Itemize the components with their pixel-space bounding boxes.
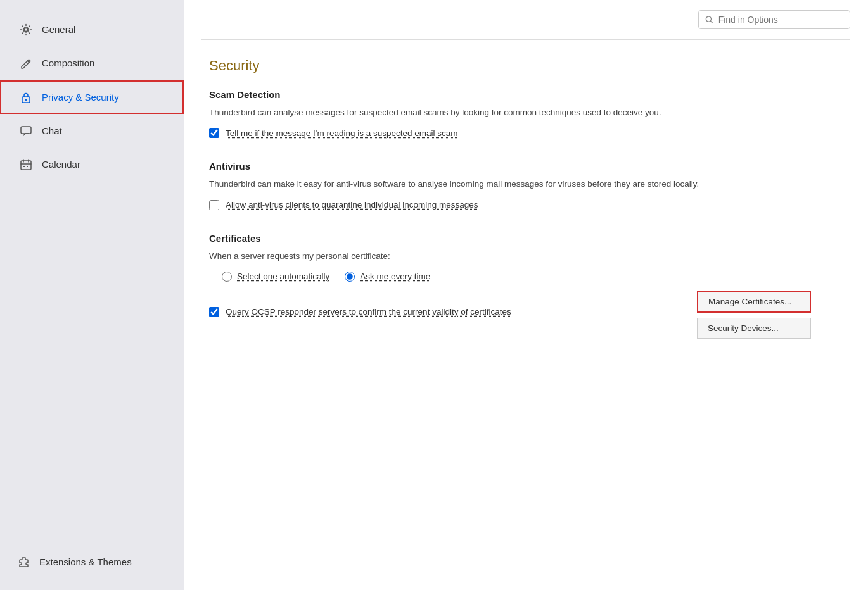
scam-detection-desc: Thunderbird can analyse messages for sus… xyxy=(209,106,779,119)
pencil-icon xyxy=(19,56,33,70)
ocsp-checkbox-row: Query OCSP responder servers to confirm … xyxy=(209,307,697,317)
svg-rect-5 xyxy=(21,161,31,170)
svg-point-3 xyxy=(25,99,27,101)
antivirus-checkbox-row: Allow anti-virus clients to quarantine i… xyxy=(209,200,843,210)
sidebar-bottom-label: Extensions & Themes xyxy=(39,556,132,567)
sidebar-item-label-privacy-security: Privacy & Security xyxy=(42,92,119,103)
search-icon xyxy=(705,15,713,24)
certificates-desc: When a server requests my personal certi… xyxy=(209,250,779,263)
security-devices-button[interactable]: Security Devices... xyxy=(697,318,811,339)
chat-icon xyxy=(19,124,33,137)
puzzle-icon xyxy=(18,556,30,568)
calendar-icon xyxy=(19,158,33,171)
scam-detection-checkbox-row: Tell me if the message I'm reading is a … xyxy=(209,128,843,138)
ocsp-checkbox-label[interactable]: Query OCSP responder servers to confirm … xyxy=(226,307,511,317)
top-bar xyxy=(184,0,868,39)
svg-rect-7 xyxy=(27,166,28,167)
manage-certificates-button[interactable]: Manage Certificates... xyxy=(697,291,811,313)
sidebar-item-general[interactable]: General xyxy=(0,13,184,46)
sidebar-item-label-composition: Composition xyxy=(42,58,94,68)
settings-content: Security Scam Detection Thunderbird can … xyxy=(184,40,868,379)
sidebar-item-label-general: General xyxy=(42,24,75,35)
antivirus-title: Antivirus xyxy=(209,161,843,172)
sidebar-item-calendar[interactable]: Calendar xyxy=(0,148,184,181)
certificates-buttons: Manage Certificates... Security Devices.… xyxy=(697,291,811,339)
main-content: Security Scam Detection Thunderbird can … xyxy=(184,0,868,590)
antivirus-checkbox-label[interactable]: Allow anti-virus clients to quarantine i… xyxy=(226,200,478,210)
gear-icon xyxy=(19,23,33,36)
scam-detection-checkbox-label[interactable]: Tell me if the message I'm reading is a … xyxy=(226,129,457,138)
sidebar-item-label-calendar: Calendar xyxy=(42,159,80,170)
sidebar-item-label-chat: Chat xyxy=(42,125,62,136)
scam-detection-title: Scam Detection xyxy=(209,89,843,100)
sidebar-item-chat[interactable]: Chat xyxy=(0,114,184,148)
radio-ask-input[interactable] xyxy=(345,272,355,282)
svg-rect-6 xyxy=(23,166,25,167)
svg-rect-4 xyxy=(21,127,31,134)
find-in-options-input[interactable] xyxy=(718,15,843,25)
radio-select-automatically[interactable]: Select one automatically xyxy=(222,272,329,282)
lock-icon xyxy=(19,91,33,104)
antivirus-section: Antivirus Thunderbird can make it easy f… xyxy=(209,161,843,210)
certificates-section: Certificates When a server requests my p… xyxy=(209,233,843,339)
antivirus-desc: Thunderbird can make it easy for anti-vi… xyxy=(209,178,779,191)
certificates-title: Certificates xyxy=(209,233,843,244)
sidebar-spacer xyxy=(0,181,184,547)
sidebar: General Composition Privacy & Security xyxy=(0,0,184,590)
scam-detection-checkbox[interactable] xyxy=(209,128,219,138)
radio-ask-every-time[interactable]: Ask me every time xyxy=(345,272,430,282)
ocsp-checkbox[interactable] xyxy=(209,307,219,317)
section-title: Security xyxy=(209,58,843,74)
scam-detection-section: Scam Detection Thunderbird can analyse m… xyxy=(209,89,843,138)
sidebar-item-extensions-themes[interactable]: Extensions & Themes xyxy=(0,547,184,577)
ocsp-row: Query OCSP responder servers to confirm … xyxy=(209,291,811,339)
sidebar-item-composition[interactable]: Composition xyxy=(0,46,184,80)
radio-ask-label: Ask me every time xyxy=(360,272,430,281)
radio-auto-label: Select one automatically xyxy=(237,272,329,281)
sidebar-item-privacy-security[interactable]: Privacy & Security xyxy=(0,80,184,114)
radio-auto-input[interactable] xyxy=(222,272,232,282)
certificates-radio-row: Select one automatically Ask me every ti… xyxy=(209,272,843,282)
antivirus-checkbox[interactable] xyxy=(209,200,219,210)
search-box[interactable] xyxy=(698,10,850,29)
svg-point-0 xyxy=(25,28,28,32)
